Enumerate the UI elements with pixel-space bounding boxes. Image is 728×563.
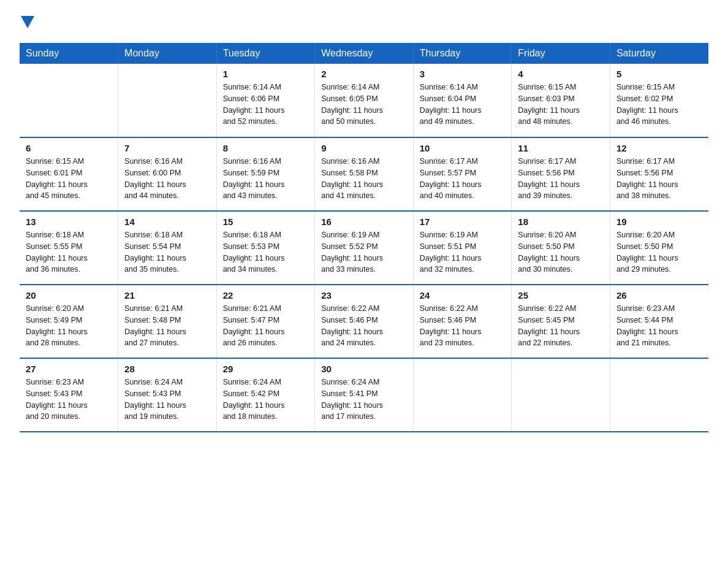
- day-info-line: Sunrise: 6:22 AM: [321, 304, 379, 313]
- day-info-line: Daylight: 11 hours: [223, 401, 285, 410]
- day-info-line: Sunrise: 6:17 AM: [616, 157, 675, 166]
- day-info-line: Sunrise: 6:16 AM: [223, 157, 281, 166]
- day-info: Sunrise: 6:18 AMSunset: 5:55 PMDaylight:…: [26, 229, 112, 275]
- day-info-line: Sunrise: 6:17 AM: [518, 157, 576, 166]
- day-info-line: and 17 minutes.: [321, 412, 376, 421]
- day-info-line: and 30 minutes.: [518, 265, 572, 274]
- day-number: 30: [321, 364, 407, 374]
- day-info-line: and 21 minutes.: [616, 339, 671, 347]
- day-info: Sunrise: 6:22 AMSunset: 5:45 PMDaylight:…: [518, 303, 604, 349]
- day-info: Sunrise: 6:22 AMSunset: 5:46 PMDaylight:…: [321, 303, 407, 349]
- day-number: 7: [124, 143, 210, 153]
- weekday-header-monday: Monday: [118, 43, 217, 64]
- calendar-day-cell: 9Sunrise: 6:16 AMSunset: 5:58 PMDaylight…: [315, 137, 414, 211]
- day-info-line: and 27 minutes.: [124, 339, 179, 347]
- day-info-line: and 35 minutes.: [124, 265, 179, 274]
- day-info-line: Sunset: 5:50 PM: [518, 242, 574, 251]
- day-number: 28: [124, 364, 210, 374]
- calendar-day-cell: 6Sunrise: 6:15 AMSunset: 6:01 PMDaylight…: [20, 137, 118, 211]
- calendar-day-cell: 7Sunrise: 6:16 AMSunset: 6:00 PMDaylight…: [118, 137, 217, 211]
- day-number: 18: [518, 216, 604, 227]
- day-info: Sunrise: 6:15 AMSunset: 6:01 PMDaylight:…: [26, 156, 112, 202]
- day-info: Sunrise: 6:15 AMSunset: 6:02 PMDaylight:…: [616, 82, 702, 128]
- day-info-line: Sunrise: 6:24 AM: [321, 378, 379, 386]
- day-info-line: Sunset: 5:44 PM: [616, 316, 673, 324]
- calendar-day-cell: 19Sunrise: 6:20 AMSunset: 5:50 PMDayligh…: [610, 211, 708, 285]
- day-info: Sunrise: 6:14 AMSunset: 6:06 PMDaylight:…: [223, 82, 309, 128]
- day-number: 15: [223, 216, 309, 227]
- calendar-week-row: 27Sunrise: 6:23 AMSunset: 5:43 PMDayligh…: [20, 358, 708, 432]
- day-info-line: Sunset: 5:53 PM: [223, 242, 279, 251]
- day-info-line: and 41 minutes.: [321, 191, 376, 200]
- day-info: Sunrise: 6:20 AMSunset: 5:50 PMDaylight:…: [616, 229, 702, 275]
- day-info-line: Sunset: 5:58 PM: [321, 169, 377, 177]
- day-info-line: Daylight: 11 hours: [616, 106, 678, 115]
- day-info-line: Daylight: 11 hours: [518, 180, 580, 189]
- day-info-line: Daylight: 11 hours: [26, 254, 88, 262]
- day-info-line: and 36 minutes.: [26, 265, 80, 274]
- calendar-day-cell: 25Sunrise: 6:22 AMSunset: 5:45 PMDayligh…: [512, 285, 610, 358]
- day-info-line: Sunrise: 6:15 AM: [26, 157, 84, 166]
- day-info-line: and 20 minutes.: [26, 412, 80, 421]
- calendar-day-cell: 28Sunrise: 6:24 AMSunset: 5:43 PMDayligh…: [118, 358, 217, 432]
- calendar-day-cell: 10Sunrise: 6:17 AMSunset: 5:57 PMDayligh…: [413, 137, 512, 211]
- weekday-header-saturday: Saturday: [610, 43, 708, 64]
- calendar-day-cell: 1Sunrise: 6:14 AMSunset: 6:06 PMDaylight…: [216, 64, 315, 137]
- calendar-day-cell: 2Sunrise: 6:14 AMSunset: 6:05 PMDaylight…: [315, 64, 414, 137]
- day-info-line: Daylight: 11 hours: [124, 327, 186, 336]
- day-info-line: Sunset: 5:43 PM: [26, 389, 82, 398]
- day-number: 16: [321, 216, 407, 227]
- day-info-line: Sunset: 5:47 PM: [223, 316, 279, 324]
- calendar-day-cell: [20, 64, 118, 137]
- day-info-line: Daylight: 11 hours: [420, 180, 482, 189]
- day-info-line: Sunset: 5:55 PM: [26, 242, 82, 251]
- day-info-line: Daylight: 11 hours: [518, 254, 580, 262]
- day-info-line: Sunrise: 6:23 AM: [616, 304, 675, 313]
- day-info-line: Sunrise: 6:20 AM: [616, 231, 675, 239]
- day-info: Sunrise: 6:17 AMSunset: 5:57 PMDaylight:…: [420, 156, 506, 202]
- day-number: 14: [124, 216, 210, 227]
- day-info-line: Daylight: 11 hours: [223, 327, 285, 336]
- day-number: 4: [518, 69, 604, 79]
- day-info-line: Sunset: 5:46 PM: [321, 316, 377, 324]
- day-info-line: Daylight: 11 hours: [321, 254, 383, 262]
- calendar-week-row: 1Sunrise: 6:14 AMSunset: 6:06 PMDaylight…: [20, 64, 708, 137]
- calendar-week-row: 6Sunrise: 6:15 AMSunset: 6:01 PMDaylight…: [20, 137, 708, 211]
- day-info-line: Sunset: 5:59 PM: [223, 169, 279, 177]
- day-info: Sunrise: 6:14 AMSunset: 6:05 PMDaylight:…: [321, 82, 407, 128]
- day-info-line: Sunset: 6:00 PM: [124, 169, 181, 177]
- day-info-line: Daylight: 11 hours: [26, 401, 88, 410]
- day-info-line: and 32 minutes.: [420, 265, 474, 274]
- day-number: 24: [420, 290, 506, 301]
- day-info: Sunrise: 6:14 AMSunset: 6:04 PMDaylight:…: [420, 82, 506, 128]
- day-info: Sunrise: 6:22 AMSunset: 5:46 PMDaylight:…: [420, 303, 506, 349]
- day-info-line: Daylight: 11 hours: [124, 401, 186, 410]
- day-info: Sunrise: 6:24 AMSunset: 5:42 PMDaylight:…: [223, 377, 309, 423]
- day-number: 17: [420, 216, 506, 227]
- day-number: 12: [616, 143, 702, 153]
- day-number: 22: [223, 290, 309, 301]
- day-info-line: and 18 minutes.: [223, 412, 278, 421]
- day-info-line: Sunset: 5:56 PM: [616, 169, 673, 177]
- day-info: Sunrise: 6:21 AMSunset: 5:48 PMDaylight:…: [124, 303, 210, 349]
- calendar-day-cell: 3Sunrise: 6:14 AMSunset: 6:04 PMDaylight…: [413, 64, 512, 137]
- day-info-line: and 52 minutes.: [223, 117, 278, 126]
- calendar-day-cell: 27Sunrise: 6:23 AMSunset: 5:43 PMDayligh…: [20, 358, 118, 432]
- day-info-line: Sunrise: 6:18 AM: [124, 231, 183, 239]
- day-number: 21: [124, 290, 210, 301]
- day-info-line: Sunset: 5:43 PM: [124, 389, 181, 398]
- weekday-header-wednesday: Wednesday: [315, 43, 414, 64]
- day-number: 20: [26, 290, 112, 301]
- day-info-line: and 43 minutes.: [223, 191, 278, 200]
- day-number: 26: [616, 290, 702, 301]
- day-info-line: Sunrise: 6:14 AM: [223, 83, 281, 91]
- day-info: Sunrise: 6:24 AMSunset: 5:41 PMDaylight:…: [321, 377, 407, 423]
- day-info-line: Daylight: 11 hours: [124, 254, 186, 262]
- calendar-week-row: 13Sunrise: 6:18 AMSunset: 5:55 PMDayligh…: [20, 211, 708, 285]
- calendar-day-cell: [413, 358, 512, 432]
- logo-triangle-icon: [21, 16, 34, 29]
- day-info-line: Daylight: 11 hours: [26, 327, 88, 336]
- calendar-day-cell: 16Sunrise: 6:19 AMSunset: 5:52 PMDayligh…: [315, 211, 414, 285]
- day-info: Sunrise: 6:20 AMSunset: 5:50 PMDaylight:…: [518, 229, 604, 275]
- calendar-day-cell: 26Sunrise: 6:23 AMSunset: 5:44 PMDayligh…: [610, 285, 708, 358]
